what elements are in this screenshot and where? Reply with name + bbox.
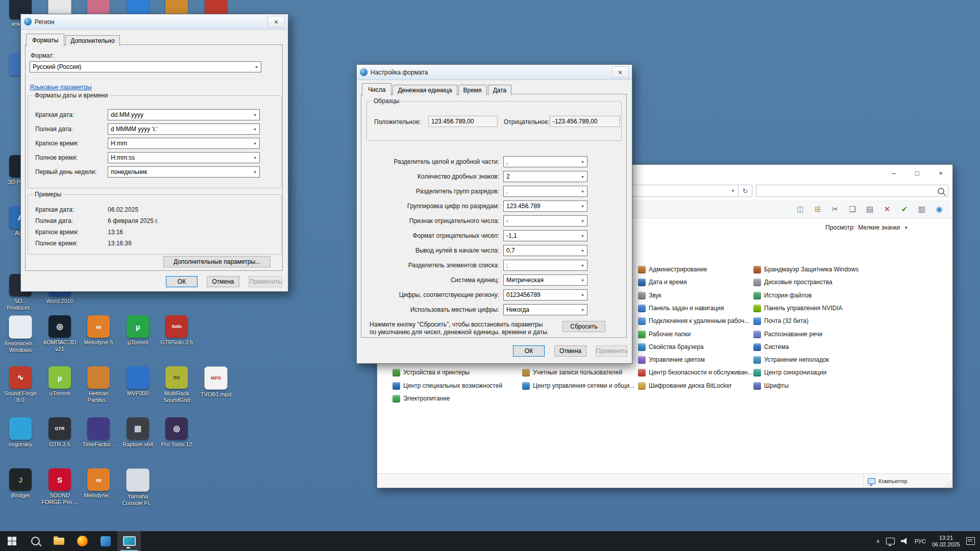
start-button[interactable] (0, 531, 23, 551)
control-panel-item[interactable]: Распознавание речи (753, 329, 822, 339)
control-panel-item[interactable]: Дисковые пространства (753, 277, 832, 287)
control-panel-item[interactable]: Панель управления NVIDIA (753, 303, 843, 313)
reset-button[interactable]: Сбросить (562, 321, 605, 332)
desktop-icon[interactable]: ∞Melodyne 5 (79, 315, 118, 346)
view-panes-icon[interactable]: ◫ (794, 203, 806, 215)
desktop-icon[interactable]: MPDTVOB1.mpd (197, 366, 235, 398)
field-combobox[interactable]: .▼ (503, 186, 587, 197)
file-explorer-button[interactable] (47, 531, 70, 551)
field-combobox[interactable]: -▼ (503, 215, 587, 227)
volume-icon[interactable] (901, 538, 909, 544)
desktop-icon[interactable]: ▦Rapture x64 (118, 417, 157, 448)
field-combobox[interactable]: 123.456.789▼ (503, 201, 587, 212)
help-icon[interactable]: ◉ (933, 203, 945, 215)
chevron-up-icon[interactable]: ∧ (876, 538, 880, 544)
desktop-icon[interactable]: ∿Sound Forge 8.0 (1, 366, 40, 404)
ok-button[interactable]: ОК (513, 345, 545, 357)
taskbar-clock[interactable]: 13:21 06.02.2025 (932, 535, 960, 548)
desktop-icon[interactable]: SGMultiRack SoundGrid (157, 366, 196, 404)
desktop-icon[interactable]: µµTorrent (118, 315, 157, 346)
control-panel-item[interactable]: Управление цветом (638, 355, 705, 365)
close-button[interactable]: × (929, 165, 952, 181)
additional-settings-button[interactable]: Дополнительные параметры... (163, 256, 271, 267)
language-indicator[interactable]: РУС (915, 538, 926, 544)
desktop-icon[interactable]: GTRGTR 3.5 (40, 417, 79, 448)
desktop-icon[interactable]: ovgorskiy (1, 417, 40, 448)
properties-icon[interactable]: ▥ (916, 203, 928, 215)
region-dialog-titlebar[interactable]: Регион × (21, 14, 288, 30)
notification-center-icon[interactable] (966, 537, 975, 545)
control-panel-item[interactable]: Свойства браузера (638, 342, 704, 352)
refresh-button[interactable]: ↻ (739, 185, 752, 197)
control-panel-button[interactable] (117, 531, 141, 551)
desktop-icon[interactable]: Yamaha Console Fi... (118, 468, 157, 507)
control-panel-item[interactable]: Центр управления сетями и общи... (522, 381, 634, 391)
format-tab-2[interactable]: Время (458, 85, 487, 95)
control-panel-item[interactable]: Центр специальных возможностей (393, 381, 502, 391)
field-combobox[interactable]: 0123456789▼ (503, 289, 587, 300)
control-panel-item[interactable]: Брандмауэр Защитника Windows (753, 264, 859, 274)
desktop-icon[interactable]: JjBridger (1, 468, 40, 499)
control-panel-search-input[interactable] (756, 185, 948, 197)
desktop-icon[interactable]: Безопасно... Windows (1, 315, 40, 354)
control-panel-item[interactable]: Рабочие папки (638, 329, 691, 339)
field-combobox[interactable]: Никогда▼ (503, 304, 587, 315)
control-panel-item[interactable]: Устранение неполадок (753, 355, 829, 365)
format-tab-0[interactable]: Числа (362, 83, 391, 96)
field-combobox[interactable]: H:mm:ss▼ (108, 152, 260, 163)
maximize-button[interactable]: □ (905, 165, 929, 181)
cut-icon[interactable]: ✂ (829, 203, 841, 215)
format-tab-3[interactable]: Дата (488, 85, 512, 95)
address-dropdown-icon[interactable]: ▾ (728, 188, 738, 193)
control-panel-item[interactable]: Подключения к удаленным рабоч... (638, 316, 749, 326)
control-panel-item[interactable]: Электропитание (393, 393, 450, 404)
paste-icon[interactable]: ▤ (864, 203, 876, 215)
field-combobox[interactable]: dd.MM.yyyy▼ (108, 109, 260, 120)
desktop-icon[interactable]: TimeFactor... (79, 417, 118, 448)
minimize-button[interactable]: – (882, 165, 905, 181)
photos-app-button[interactable] (94, 531, 117, 551)
control-panel-item[interactable]: Панель задач и навигация (638, 303, 724, 313)
field-combobox[interactable]: 0,7▼ (503, 245, 587, 256)
delete-icon[interactable]: ✕ (881, 203, 893, 215)
desktop-icon[interactable]: ◎КОМПАС-3D v21 (40, 315, 79, 353)
region-close-button[interactable]: × (267, 16, 285, 28)
field-combobox[interactable]: 2▼ (503, 171, 587, 182)
field-combobox[interactable]: Метрическая▼ (503, 274, 587, 286)
search-button[interactable] (23, 531, 47, 551)
desktop-icon[interactable]: µuTorrent (40, 366, 79, 397)
field-combobox[interactable]: понедельник▼ (108, 166, 260, 178)
control-panel-item[interactable]: Шифрование диска BitLocker (638, 381, 731, 391)
control-panel-item[interactable]: Центр безопасности и обслуживан... (638, 367, 753, 378)
desktop-icon[interactable]: MVP300 (118, 366, 157, 397)
control-panel-item[interactable]: Администрирование (638, 264, 707, 274)
control-panel-item[interactable]: Учетные записи пользователей (522, 367, 622, 378)
resize-grip[interactable] (944, 480, 952, 487)
field-combobox[interactable]: -1,1▼ (503, 230, 587, 241)
region-tab-1[interactable]: Дополнительно (65, 35, 119, 46)
field-combobox[interactable]: ;▼ (503, 260, 587, 271)
desktop-icon[interactable]: SoloGTRSolo 3.5 (157, 315, 196, 346)
desktop-icon[interactable]: ◎Pro Tools 12 (157, 417, 196, 448)
control-panel-item[interactable]: История файлов (753, 290, 812, 300)
control-panel-item[interactable]: Система (753, 342, 789, 352)
rename-icon[interactable]: ✔ (898, 203, 911, 215)
desktop-icon[interactable]: SSOUND FORGE Pro ... (40, 468, 79, 506)
control-panel-item[interactable]: Дата и время (638, 277, 687, 287)
field-combobox[interactable]: H:mm▼ (108, 138, 260, 149)
format-close-button[interactable]: × (611, 66, 629, 78)
control-panel-item[interactable]: Почта (32 бита) (753, 316, 808, 326)
copy-icon[interactable]: ❏ (846, 203, 859, 215)
new-folder-icon[interactable]: ⊞ (812, 203, 824, 215)
view-dropdown[interactable]: Просмотр: Мелкие значки ▼ (825, 221, 908, 234)
network-icon[interactable] (886, 538, 895, 544)
field-combobox[interactable]: d MMMM yyyy 'г.'▼ (108, 123, 260, 135)
desktop-icon[interactable]: Hetman Partitio... (79, 366, 118, 404)
ok-button[interactable]: ОК (166, 276, 198, 287)
control-panel-item[interactable]: Шрифты (753, 381, 789, 391)
language-settings-link[interactable]: Языковые параметры (30, 84, 92, 91)
firefox-button[interactable] (70, 531, 94, 551)
desktop-icon[interactable]: ∞Melodyne... (79, 468, 118, 499)
control-panel-item[interactable]: Звук (638, 290, 662, 300)
format-dialog-titlebar[interactable]: Настройка формата × (357, 65, 632, 80)
